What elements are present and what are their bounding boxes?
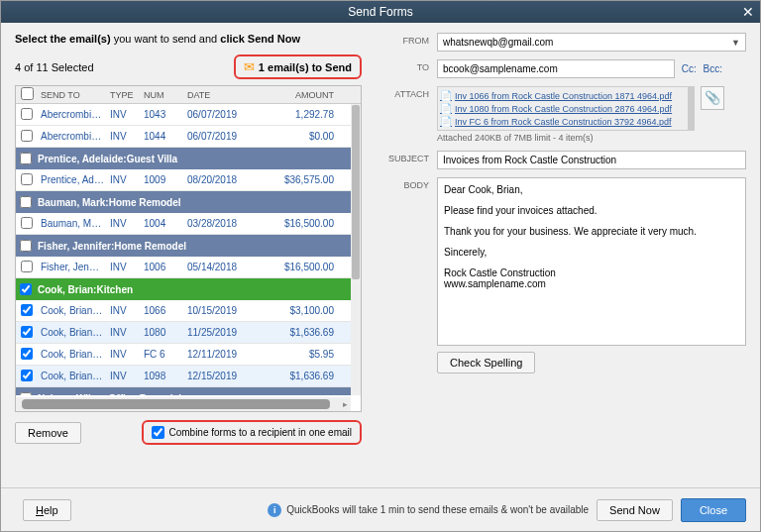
subject-label: SUBJECT — [378, 151, 429, 163]
to-input[interactable] — [437, 59, 675, 78]
row-checkbox[interactable] — [21, 130, 33, 142]
group-checkbox[interactable] — [20, 196, 32, 208]
help-button[interactable]: Help — [23, 499, 71, 521]
group-header[interactable]: Cook, Brian:Kitchen — [16, 278, 361, 300]
col-num[interactable]: NUM — [141, 90, 184, 100]
group-header[interactable]: Prentice, Adelaide:Guest Villa — [16, 148, 361, 169]
row-checkbox[interactable] — [21, 108, 33, 120]
row-checkbox[interactable] — [21, 217, 33, 229]
window-title: Send Forms — [348, 5, 412, 19]
table-row[interactable]: Cook, Brian:Kit...INV108011/25/2019$1,63… — [16, 322, 361, 344]
table-row[interactable]: Abercrombie, K...INV104406/07/2019$0.00 — [16, 126, 361, 148]
pdf-icon: 📄 — [440, 103, 452, 114]
send-now-button[interactable]: Send Now — [597, 499, 673, 521]
col-amount[interactable]: AMOUNT — [258, 90, 337, 100]
combine-forms-option[interactable]: Combine forms to a recipient in one emai… — [142, 420, 362, 445]
pdf-icon: 📄 — [440, 90, 452, 101]
paperclip-icon[interactable]: 📎 — [701, 86, 724, 110]
chevron-down-icon: ▼ — [731, 38, 740, 48]
table-row[interactable]: Prentice, Adelai...INV100908/20/2018$36,… — [16, 169, 361, 191]
group-checkbox[interactable] — [20, 283, 32, 295]
row-checkbox[interactable] — [21, 261, 33, 272]
group-header[interactable]: Bauman, Mark:Home Remodel — [16, 191, 361, 213]
bcc-link[interactable]: Bcc: — [704, 63, 722, 74]
attachment-file[interactable]: 📄Inv FC 6 from Rock Castle Construction … — [440, 115, 692, 128]
from-select[interactable]: whatsnewqb@gmail.com▼ — [437, 33, 746, 52]
group-header[interactable]: Nelson, Wilma:Office Remodel — [16, 387, 361, 395]
attachment-list: 📄Inv 1066 from Rock Castle Construction … — [437, 86, 695, 131]
combine-checkbox[interactable] — [152, 426, 164, 439]
table-row[interactable]: Abercrombie, K...INV104306/07/20191,292.… — [16, 104, 361, 126]
close-button[interactable]: Close — [681, 498, 746, 522]
select-all-checkbox[interactable] — [21, 87, 34, 100]
group-checkbox[interactable] — [20, 240, 32, 252]
attach-note: Attached 240KB of 7MB limit - 4 item(s) — [437, 133, 695, 143]
info-icon: i — [268, 503, 281, 517]
instruction-text: Select the email(s) you want to send and… — [15, 33, 362, 45]
cc-link[interactable]: Cc: — [682, 63, 697, 74]
body-label: BODY — [378, 177, 429, 190]
attach-label: ATTACH — [378, 86, 429, 99]
selection-count: 4 of 11 Selected — [15, 61, 94, 73]
table-row[interactable]: Cook, Brian:Kit...INV109812/15/2019$1,63… — [16, 366, 361, 387]
row-checkbox[interactable] — [21, 370, 33, 381]
footer-info: i QuickBooks will take 1 min to send the… — [268, 503, 589, 517]
group-checkbox[interactable] — [20, 153, 32, 164]
table-row[interactable]: Fisher, Jennifer:...INV100605/14/2018$16… — [16, 257, 361, 278]
group-header[interactable]: Fisher, Jennifer:Home Remodel — [16, 235, 361, 257]
envelope-icon: ✉ — [244, 59, 255, 74]
table-row[interactable]: Cook, Brian:Kit...INV106610/15/2019$3,10… — [16, 300, 361, 322]
col-date[interactable]: DATE — [184, 90, 258, 100]
col-type[interactable]: TYPE — [107, 90, 141, 100]
emails-to-send-badge: ✉ 1 email(s) to Send — [234, 54, 362, 79]
row-checkbox[interactable] — [21, 348, 33, 360]
horizontal-scrollbar[interactable]: ▸ — [16, 397, 351, 411]
email-table: SEND TO TYPE NUM DATE AMOUNT Abercrombie… — [15, 85, 362, 412]
attachment-file[interactable]: 📄Inv 1066 from Rock Castle Construction … — [440, 89, 692, 102]
attachment-file[interactable]: 📄Inv 1080 from Rock Castle Construction … — [440, 102, 692, 115]
group-checkbox[interactable] — [20, 392, 32, 395]
attach-scrollbar[interactable] — [688, 87, 694, 130]
titlebar: Send Forms ✕ — [1, 1, 760, 23]
row-checkbox[interactable] — [21, 326, 33, 338]
to-label: TO — [378, 59, 429, 72]
body-textarea[interactable]: Dear Cook, Brian,Please find your invoic… — [437, 177, 746, 346]
vertical-scrollbar[interactable] — [351, 104, 361, 395]
pdf-icon: 📄 — [440, 116, 452, 127]
check-spelling-button[interactable]: Check Spelling — [437, 352, 535, 373]
subject-input[interactable] — [437, 151, 746, 169]
table-row[interactable]: Cook, Brian:Kit...INVFC 612/11/2019$5.95 — [16, 344, 361, 366]
remove-button[interactable]: Remove — [15, 422, 81, 444]
from-label: FROM — [378, 33, 429, 46]
row-checkbox[interactable] — [21, 173, 33, 185]
col-sendto[interactable]: SEND TO — [38, 90, 107, 100]
table-header: SEND TO TYPE NUM DATE AMOUNT — [16, 86, 361, 104]
close-icon[interactable]: ✕ — [742, 1, 754, 23]
table-row[interactable]: Bauman, Mark:...INV100403/28/2018$16,500… — [16, 213, 361, 235]
row-checkbox[interactable] — [21, 304, 33, 316]
